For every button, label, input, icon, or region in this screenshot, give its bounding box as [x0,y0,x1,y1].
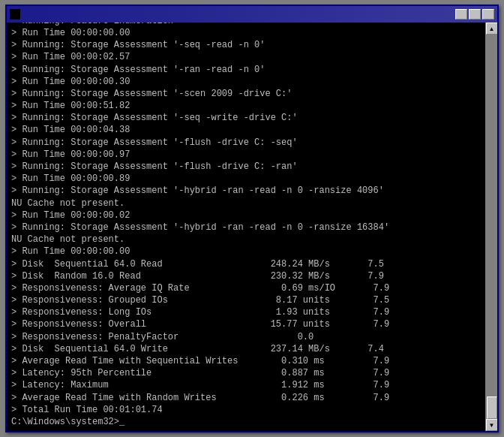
terminal-line: NU Cache not present. [11,197,481,209]
terminal-line: > Disk Sequential 64.0 Write 237.14 MB/s… [11,343,481,355]
terminal-line: > Run Time 00:00:04.38 [11,124,481,136]
terminal-line: > Total Run Time 00:01:01.74 [11,404,481,416]
scroll-thumb[interactable] [487,396,497,419]
scroll-down-arrow[interactable]: ▼ [486,419,498,431]
scroll-up-arrow[interactable]: ▲ [486,23,498,35]
terminal-line: > Average Read Time with Random Writes 0… [11,392,481,404]
content-area: Microsoft Windows [Version 6.1.7600]Copy… [7,23,497,431]
terminal-line: C:\Windows\system32>_ [11,416,481,428]
terminal-line: > Running: Storage Assessment '-scen 200… [11,88,481,100]
terminal-line: > Running: Storage Assessment '-flush -d… [11,161,481,173]
title-bar-left: C [10,9,23,20]
terminal-line: > Responsiveness: Long IOs 1.93 units 7.… [11,306,481,318]
window-icon: C [10,9,20,20]
terminal-line: > Responsiveness: Grouped IOs 8.17 units… [11,294,481,306]
terminal-line: > Run Time 00:00:02.57 [11,51,481,63]
minimize-button[interactable] [455,9,467,20]
terminal-line: > Run Time 00:00:51.82 [11,100,481,112]
terminal-line: > Run Time 00:00:00.00 [11,246,481,258]
terminal-line: > Run Time 00:00:00.02 [11,209,481,222]
terminal-output[interactable]: Microsoft Windows [Version 6.1.7600]Copy… [7,23,485,431]
terminal-line: > Running: Storage Assessment '-seq -rea… [11,39,481,51]
terminal-line: > Latency: Maximum 1.912 ms 7.9 [11,379,481,391]
terminal-line: > Running: Storage Assessment '-flush -d… [11,137,481,149]
terminal-line: NU Cache not present. [11,234,481,246]
terminal-line: > Running: Storage Assessment '-hybrid -… [11,222,481,234]
maximize-button[interactable] [469,9,481,20]
terminal-line: > Run Time 00:00:00.89 [11,173,481,185]
terminal-line: > Running: Storage Assessment '-hybrid -… [11,185,481,197]
terminal-line: > Running: Storage Assessment '-seq -wri… [11,112,481,124]
terminal-line: > Disk Sequential 64.0 Read 248.24 MB/s … [11,258,481,270]
terminal-line: > Average Read Time with Sequential Writ… [11,355,481,367]
terminal-line: > Disk Random 16.0 Read 230.32 MB/s 7.9 [11,270,481,282]
terminal-line: > Running: Storage Assessment '-ran -rea… [11,64,481,76]
scrollbar[interactable]: ▲ ▼ [485,23,497,431]
title-buttons [455,9,494,20]
cmd-window: C Microsoft Windows [Version 6.1.7600]Co… [5,5,499,432]
close-button[interactable] [482,9,494,20]
title-bar: C [7,6,497,23]
terminal-line: > Responsiveness: PenaltyFactor 0.0 [11,331,481,343]
terminal-line: > Run Time 00:00:00.97 [11,149,481,161]
terminal-line: > Run Time 00:00:00.00 [11,27,481,39]
terminal-line: > Responsiveness: Overall 15.77 units 7.… [11,318,481,330]
terminal-line: > Run Time 00:00:00.30 [11,76,481,88]
terminal-line: > Responsiveness: Average IQ Rate 0.69 m… [11,282,481,294]
scroll-track [486,35,497,419]
terminal-line: > Latency: 95th Percentile 0.887 ms 7.9 [11,367,481,379]
